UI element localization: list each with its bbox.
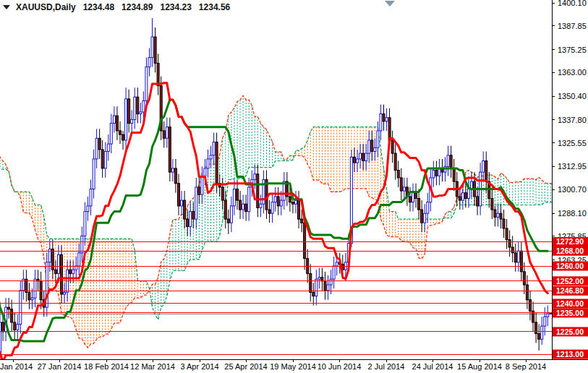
candle-down [354,157,356,163]
candle-up [336,262,338,266]
candle-down [128,99,130,124]
candle-up [189,212,192,227]
candle-down [506,228,508,240]
candle-up [377,131,379,147]
candle-up [482,161,485,173]
candle-up [107,144,109,151]
date-tick-label: 8 Sep 2014 [506,362,546,371]
candle-up [274,197,276,202]
candle-up [58,254,60,273]
candle-up [78,253,80,266]
date-tick-label: 25 Apr 2014 [224,362,267,371]
candle-down [137,97,139,113]
candle-down [187,219,189,226]
candle-up [87,206,89,212]
chevron-down-icon[interactable] [3,5,10,9]
level-price-tag-label: 1272.90 [556,237,584,246]
candle-down [526,285,528,300]
candle-up [213,142,215,155]
candle-up [210,155,212,159]
candle-up [544,317,546,326]
candle-down [511,247,514,253]
candle-up [424,213,426,223]
candle-up [467,189,469,199]
candle-up [90,189,92,206]
candle-up [433,171,435,178]
candle-down [8,307,10,309]
candle-up [385,118,388,121]
candle-up [142,100,145,112]
date-tick-label: 24 Jul 2014 [412,362,453,371]
candle-down [221,187,223,200]
candle-down [11,309,13,322]
candle-down [523,272,525,285]
candle-down [491,199,493,210]
candle-up [148,58,150,67]
candle-down [163,131,165,138]
candle-up [318,278,320,280]
candle-down [503,219,505,228]
candle-up [547,314,549,317]
candle-up [333,266,335,279]
candle-up [447,155,449,167]
candle-down [304,223,306,258]
candle-down [51,249,54,270]
candle-up [461,193,464,200]
candle-down [391,140,393,153]
candle-up [365,153,367,160]
level-price-tag-label: 1225.00 [556,327,584,336]
candle-up [34,279,36,298]
candle-up [374,147,376,151]
candle-down [477,197,479,206]
ohlc-close-value: 1234.56 [199,2,230,12]
candle-up [242,204,244,210]
candle-up [17,325,19,330]
date-tick-label: 27 Jan 2014 [38,362,82,371]
level-price-tag-label: 1213.00 [556,350,584,359]
candle-down [371,140,373,152]
date-tick-label: 3 Apr 2014 [180,362,218,371]
candle-up [151,37,153,58]
chart-plot-area[interactable]: 1400.101387.851375.251363.001350.401337.… [0,0,588,373]
price-tick-label: 1300.70 [558,185,587,194]
candle-up [110,124,112,145]
candle-up [81,236,83,252]
candle-down [298,200,300,219]
candle-up [327,285,329,291]
candle-up [427,202,429,214]
candle-down [119,131,122,134]
candle-down [415,193,417,199]
candle-up [64,292,66,294]
chart-shift-marker-icon[interactable] [385,1,395,7]
price-tick-label: 1400.10 [558,0,587,7]
candle-up [330,279,332,285]
candle-down [154,37,156,63]
candle-down [98,138,101,150]
candle-up [541,326,543,339]
candle-down [500,213,502,219]
candle-down [394,153,396,170]
candle-down [257,174,259,208]
candle-down [157,63,159,85]
candle-down [291,202,294,205]
price-tick-label: 1350.40 [558,92,587,100]
candle-down [409,197,411,202]
price-tick-label: 1387.85 [558,22,587,30]
level-price-tag-label: 1240.00 [556,299,584,308]
candle-up [438,168,440,176]
price-tick-label: 1375.25 [558,46,587,54]
candle-up [233,189,235,206]
candle-down [192,212,195,219]
price-tick-label: 1363.00 [558,68,587,77]
date-tick-label: 18 Feb 2014 [84,362,129,371]
candle-up [230,206,232,223]
candle-down [178,184,180,206]
candle-up [75,266,77,270]
candle-down [388,118,391,140]
ohlc-low-value: 1234.23 [160,2,191,12]
candle-down [464,193,466,199]
candle-up [497,213,499,217]
candle-down [450,155,452,168]
candle-up [171,168,174,172]
candle-up [204,168,206,176]
